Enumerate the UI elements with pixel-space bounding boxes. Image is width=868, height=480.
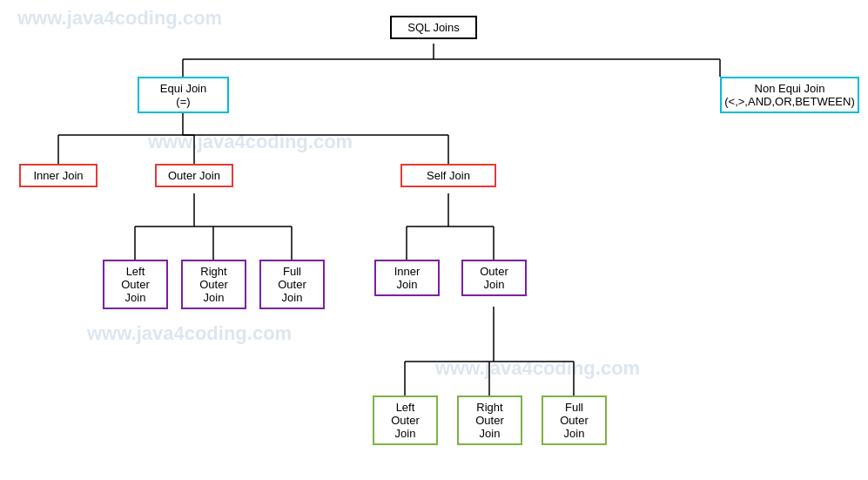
equi-join-node: Equi Join(=) bbox=[138, 77, 229, 113]
inner-join-node: Inner Join bbox=[19, 164, 98, 187]
self-join-node: Self Join bbox=[400, 164, 496, 187]
inner-join-label: Inner Join bbox=[33, 169, 83, 182]
self-right-outer-join-label: RightOuterJoin bbox=[475, 401, 504, 440]
left-outer-join-label: LeftOuterJoin bbox=[121, 265, 150, 304]
self-left-outer-join-node: LeftOuterJoin bbox=[373, 395, 438, 445]
self-join-label: Self Join bbox=[427, 169, 470, 182]
sql-joins-label: SQL Joins bbox=[407, 21, 460, 34]
right-outer-join-node: RightOuterJoin bbox=[181, 260, 246, 309]
self-full-outer-join-label: FullOuterJoin bbox=[560, 401, 589, 440]
self-inner-join-label: InnerJoin bbox=[394, 265, 421, 291]
self-full-outer-join-node: FullOuterJoin bbox=[542, 395, 607, 445]
left-outer-join-node: LeftOuterJoin bbox=[103, 260, 168, 309]
full-outer-join-label: FullOuterJoin bbox=[278, 265, 306, 304]
watermark-3: www.java4coding.com bbox=[87, 322, 292, 345]
non-equi-join-node: Non Equi Join(<,>,AND,OR,BETWEEN) bbox=[720, 77, 859, 113]
self-outer-join-label: OuterJoin bbox=[480, 265, 508, 291]
watermark-1: www.java4coding.com bbox=[17, 7, 222, 30]
outer-join-label: Outer Join bbox=[168, 169, 220, 182]
self-left-outer-join-label: LeftOuterJoin bbox=[391, 401, 420, 440]
sql-joins-node: SQL Joins bbox=[390, 16, 477, 39]
self-right-outer-join-node: RightOuterJoin bbox=[457, 395, 522, 445]
outer-join-node: Outer Join bbox=[155, 164, 233, 187]
self-outer-join-node: OuterJoin bbox=[461, 260, 527, 296]
equi-join-label: Equi Join(=) bbox=[160, 82, 206, 108]
right-outer-join-label: RightOuterJoin bbox=[199, 265, 228, 304]
watermark-4: www.java4coding.com bbox=[435, 357, 640, 380]
full-outer-join-node: FullOuterJoin bbox=[259, 260, 325, 309]
self-inner-join-node: InnerJoin bbox=[374, 260, 440, 296]
watermark-2: www.java4coding.com bbox=[148, 131, 353, 153]
non-equi-join-label: Non Equi Join(<,>,AND,OR,BETWEEN) bbox=[724, 82, 855, 108]
